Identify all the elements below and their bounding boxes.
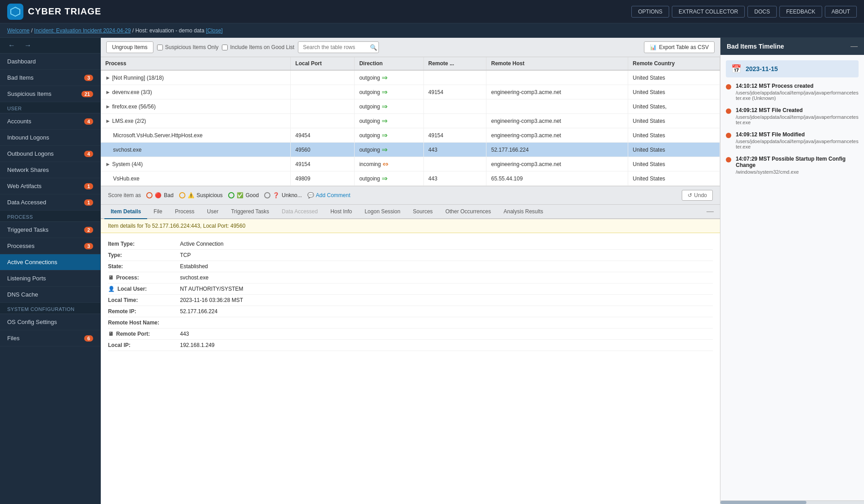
detail-row: 🖥Process: svchost.exe — [108, 272, 713, 284]
table-row[interactable]: ► devenv.exe (3/3) outgoing ⇒ 49154 engi… — [101, 85, 720, 99]
sidebar-item-active-connections[interactable]: Active Connections — [0, 254, 100, 270]
content-area: Ungroup Items Suspicious Items Only Incl… — [101, 38, 720, 504]
sidebar-item-dashboard[interactable]: Dashboard — [0, 54, 100, 70]
cell-process: ► LMS.exe (2/2) — [101, 114, 291, 128]
sidebar-item-dns-cache[interactable]: DNS Cache — [0, 287, 100, 303]
sidebar-item-processes[interactable]: Processes 3 — [0, 238, 100, 254]
expand-arrow[interactable]: ► — [105, 118, 111, 124]
breadcrumb-incident[interactable]: Incident: Evaluation Incident 2024-04-29 — [34, 27, 131, 34]
col-process[interactable]: Process — [101, 57, 291, 70]
data-accessed-badge: 1 — [84, 199, 93, 206]
table-row[interactable]: ► firefox.exe (56/56) outgoing ⇒ United … — [101, 99, 720, 114]
cell-remote-port: 443 — [423, 143, 486, 157]
sidebar-item-data-accessed[interactable]: Data Accessed 1 — [0, 194, 100, 211]
score-bad-option[interactable]: 🔴 Bad — [146, 192, 173, 198]
add-comment-button[interactable]: 💬 Add Comment — [307, 192, 351, 198]
breadcrumb-close[interactable]: [Close] — [206, 27, 222, 34]
extract-collector-button[interactable]: EXTRACT COLLECTOR — [672, 6, 745, 18]
app-logo-icon — [7, 4, 23, 20]
score-unknown-option[interactable]: ❓ Unkno... — [264, 192, 302, 198]
about-button[interactable]: ABOUT — [825, 6, 857, 18]
sidebar-item-os-config[interactable]: OS Config Settings — [0, 314, 100, 330]
forward-button[interactable]: → — [22, 40, 34, 50]
timeline-minimize-button[interactable]: — — [850, 42, 858, 50]
include-good-checkbox[interactable] — [222, 45, 228, 50]
sidebar-item-network-shares[interactable]: Network Shares — [0, 162, 100, 178]
timeline-entry: 14:09:12 MST File Created /users/jdoe/ap… — [726, 107, 859, 125]
bad-radio[interactable] — [146, 192, 153, 198]
svg-marker-1 — [13, 9, 18, 14]
tab-sources[interactable]: Sources — [407, 205, 439, 219]
options-button[interactable]: OPTIONS — [631, 6, 669, 18]
breadcrumb-welcome[interactable]: Welcome — [7, 27, 30, 34]
direction-badge: outgoing ⇒ — [359, 88, 387, 96]
sidebar-item-listening-ports[interactable]: Listening Ports — [0, 270, 100, 287]
tab-user[interactable]: User — [201, 205, 225, 219]
col-remote-country[interactable]: Remote Country — [628, 57, 720, 70]
detail-panel: Item details for To 52.177.166.224:443, … — [101, 219, 720, 504]
table-row[interactable]: Microsoft.VsHub.Server.HttpHost.exe 4945… — [101, 128, 720, 143]
sidebar-item-inbound-logons[interactable]: Inbound Logons — [0, 130, 100, 146]
feedback-button[interactable]: FEEDBACK — [779, 6, 822, 18]
tab-file[interactable]: File — [147, 205, 168, 219]
detail-val: 52.177.166.224 — [180, 308, 217, 315]
table-row[interactable]: ► LMS.exe (2/2) outgoing ⇒ engineering-c… — [101, 114, 720, 128]
back-button[interactable]: ← — [5, 40, 18, 50]
col-local-port[interactable]: Local Port — [291, 57, 355, 70]
timeline-entry: 14:10:12 MST Process created /users/jdoe… — [726, 83, 859, 101]
sidebar-item-suspicious-items[interactable]: Suspicious Items 21 — [0, 86, 100, 102]
tab-close-button[interactable]: — — [704, 207, 716, 216]
undo-icon: ↺ — [688, 192, 692, 198]
tab-triggered-tasks[interactable]: Triggered Tasks — [225, 205, 275, 219]
table-row[interactable]: ► System (4/4) 49154 incoming ⇔ engineer… — [101, 157, 720, 171]
search-input[interactable] — [298, 41, 379, 53]
sidebar-item-bad-items[interactable]: Bad Items 3 — [0, 70, 100, 86]
good-radio[interactable] — [228, 192, 234, 198]
table-row[interactable]: ► [Not Running] (18/18) outgoing ⇒ Unite… — [101, 70, 720, 85]
expand-arrow[interactable]: ► — [105, 104, 111, 110]
undo-button[interactable]: ↺ Undo — [682, 190, 713, 201]
sidebar-item-accounts[interactable]: Accounts 4 — [0, 113, 100, 130]
timeline-date-text: 2023-11-15 — [746, 65, 778, 72]
export-csv-button[interactable]: 📊 Export Table as CSV — [644, 41, 715, 53]
sidebar-item-web-artifacts[interactable]: Web Artifacts 1 — [0, 178, 100, 194]
docs-button[interactable]: DOCS — [747, 6, 777, 18]
web-artifacts-label: Web Artifacts — [7, 183, 41, 189]
table-row[interactable]: svchost.exe 49560 outgoing ⇒ 443 52.177.… — [101, 143, 720, 157]
tab-item-details[interactable]: Item Details — [104, 205, 147, 219]
timeline-header: Bad Items Timeline — — [720, 38, 864, 55]
cell-remote-port: 443 — [423, 171, 486, 186]
ungroup-items-button[interactable]: Ungroup Items — [106, 41, 153, 53]
tab-process[interactable]: Process — [169, 205, 201, 219]
tab-logon-session[interactable]: Logon Session — [358, 205, 406, 219]
include-good-checkbox-label[interactable]: Include Items on Good List — [222, 44, 294, 50]
cell-process: svchost.exe — [101, 143, 291, 157]
timeline-scrollbar-thumb[interactable] — [720, 501, 806, 504]
timeline-scrollbar[interactable] — [720, 500, 864, 504]
score-suspicious-option[interactable]: ⚠️ Suspicious — [179, 192, 223, 198]
tab-host-info[interactable]: Host Info — [324, 205, 358, 219]
unknown-radio[interactable] — [264, 192, 270, 198]
sidebar: ← → Dashboard Bad Items 3 Suspicious Ite… — [0, 38, 101, 504]
sidebar-item-triggered-tasks[interactable]: Triggered Tasks 2 — [0, 222, 100, 238]
col-direction[interactable]: Direction — [355, 57, 423, 70]
suspicious-radio[interactable] — [179, 192, 185, 198]
suspicious-only-checkbox-label[interactable]: Suspicious Items Only — [157, 44, 219, 50]
col-remote-port[interactable]: Remote ... — [423, 57, 486, 70]
table-row[interactable]: VsHub.exe 49809 outgoing ⇒ 443 65.55.44.… — [101, 171, 720, 186]
detail-notice: Item details for To 52.177.166.224:443, … — [101, 219, 720, 233]
suspicious-only-checkbox[interactable] — [157, 45, 163, 50]
sidebar-item-files[interactable]: Files 6 — [0, 330, 100, 346]
detail-val: Established — [180, 263, 208, 270]
timeline-entry-title: 14:09:12 MST File Created — [736, 107, 859, 113]
detail-row: 🖥Remote Port: 443 — [108, 328, 713, 340]
score-good-option[interactable]: ✅ Good — [228, 192, 259, 198]
search-icon: 🔍 — [370, 44, 377, 51]
expand-arrow[interactable]: ► — [105, 161, 111, 167]
sidebar-item-outbound-logons[interactable]: Outbound Logons 4 — [0, 146, 100, 162]
tab-other-occurrences[interactable]: Other Occurrences — [439, 205, 497, 219]
expand-arrow[interactable]: ► — [105, 89, 111, 95]
tab-analysis-results[interactable]: Analysis Results — [497, 205, 549, 219]
col-remote-host[interactable]: Remote Host — [486, 57, 628, 70]
expand-arrow[interactable]: ► — [105, 75, 111, 81]
